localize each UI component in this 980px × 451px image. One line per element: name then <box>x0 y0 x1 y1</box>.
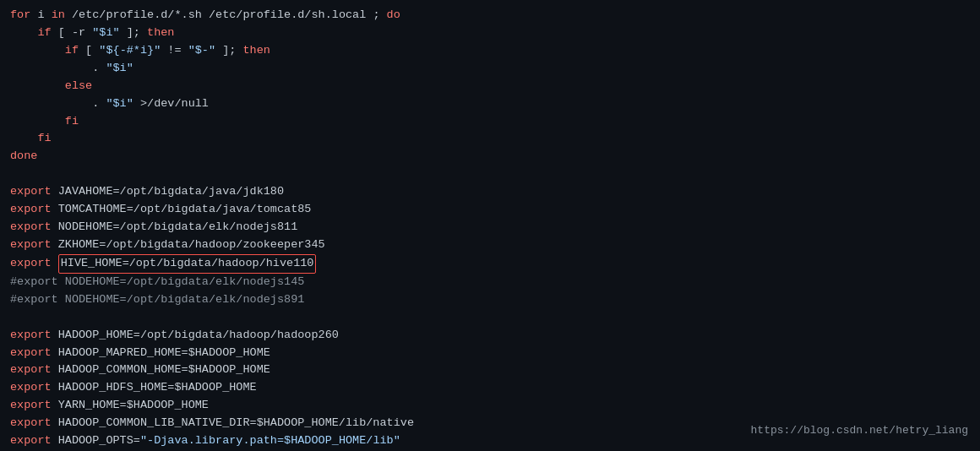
code-line: if [ "${-#*i}" != "$-" ]; then <box>10 42 970 60</box>
blank-line <box>10 309 970 327</box>
code-line: export HADOOP_HOME=/opt/bigdata/hadoop/h… <box>10 327 970 345</box>
code-line: export HADOOP_MAPRED_HOME=$HADOOP_HOME <box>10 345 970 362</box>
code-line: export YARN_HOME=$HADOOP_HOME <box>10 397 970 415</box>
code-line: . "$i" <box>10 60 970 78</box>
hive-export-line: export HIVE_HOME=/opt/bigdata/hadoop/hiv… <box>10 254 970 274</box>
code-line: . "$i" >/dev/null <box>10 95 970 113</box>
watermark: https://blog.csdn.net/hetry_liang <box>751 422 968 439</box>
highlighted-hive: HIVE_HOME=/opt/bigdata/hadoop/hive110 <box>58 254 317 274</box>
code-line: #export NODEHOME=/opt/bigdata/elk/nodejs… <box>10 274 970 291</box>
code-line: done <box>10 148 970 166</box>
code-line: export HADOOP_HDFS_HOME=$HADOOP_HOME <box>10 379 970 397</box>
code-line: fi <box>10 113 970 131</box>
code-line: fi <box>10 130 970 148</box>
code-line: for i in /etc/profile.d/*.sh /etc/profil… <box>10 7 970 24</box>
code-line: export ZKHOME=/opt/bigdata/hadoop/zookee… <box>10 236 970 254</box>
code-line: if [ -r "$i" ]; then <box>10 24 970 42</box>
code-line: else <box>10 78 970 95</box>
terminal: for i in /etc/profile.d/*.sh /etc/profil… <box>0 0 980 451</box>
code-line: export JAVAHOME=/opt/bigdata/java/jdk180 <box>10 183 970 201</box>
blank-line <box>10 166 970 183</box>
code-line: export HADOOP_COMMON_HOME=$HADOOP_HOME <box>10 361 970 379</box>
code-line: export NODEHOME=/opt/bigdata/elk/nodejs8… <box>10 219 970 236</box>
code-line: #export NODEHOME=/opt/bigdata/elk/nodejs… <box>10 291 970 309</box>
code-line: export TOMCATHOME=/opt/bigdata/java/tomc… <box>10 201 970 219</box>
